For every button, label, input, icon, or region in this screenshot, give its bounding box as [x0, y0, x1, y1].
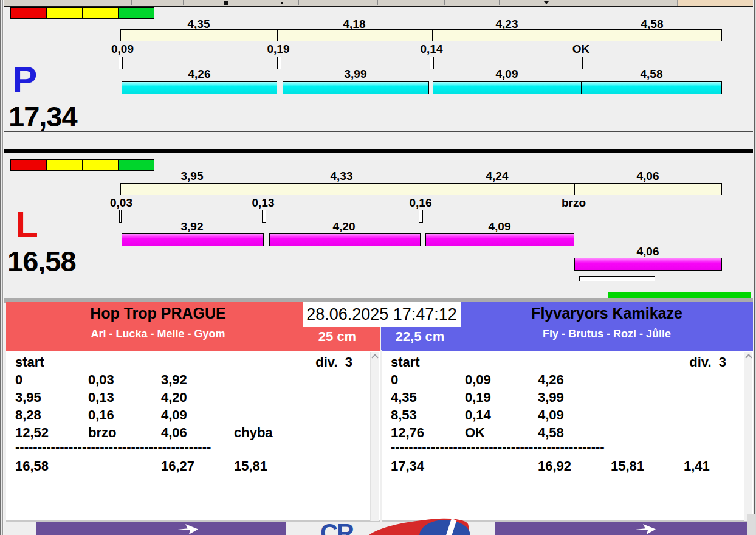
toolbar-separator: [183, 0, 184, 5]
dog-time: 4,20: [333, 220, 356, 233]
cross-tick: [277, 57, 281, 69]
dog-time: 4,58: [641, 67, 663, 81]
scrollbar[interactable]: [744, 352, 752, 521]
cell: 4,20: [161, 391, 187, 404]
clock-display: 28.06.2025 17:47:12: [303, 302, 461, 327]
results-panel-right[interactable]: start div. 3 0 0,09 4,26 4,35 0,19 3,99 …: [382, 350, 754, 522]
lane-divider: [4, 149, 754, 153]
dog-run-bar: [122, 81, 277, 94]
dog-time: 3,92: [181, 220, 204, 233]
toolbar-separator: [80, 0, 80, 5]
light-yellow: [46, 159, 83, 171]
cell: 8,28: [15, 409, 41, 422]
team-right-dogs: Fly - Brutus - Rozi - Jůlie: [460, 328, 754, 340]
logo-slash: [441, 519, 457, 535]
dog-run-bar: [122, 233, 264, 246]
cross-time: 0,13: [252, 196, 275, 210]
cell: 0,03: [88, 373, 114, 387]
cell: 12,52: [15, 426, 49, 440]
toolbar-separator: [444, 0, 445, 5]
dog-time: 4,09: [489, 220, 511, 233]
split-divider: [574, 184, 575, 195]
dog-run-bar: [425, 233, 574, 246]
cell: 4,06: [161, 426, 187, 440]
dog-run-bar: [269, 233, 421, 246]
team-right-name: Flyvaryors Kamikaze: [460, 305, 754, 322]
cell: 12,76: [391, 426, 424, 440]
cross-tick: [262, 210, 266, 223]
window-border-right: [753, 0, 756, 535]
dog-time: 3,99: [345, 67, 367, 81]
cell: 8,53: [391, 409, 417, 422]
lane-total-p: 17,34: [9, 102, 77, 131]
toolbar-separator: [377, 0, 378, 5]
dog-run-bar: [581, 81, 722, 94]
footer-band-right: [495, 522, 747, 535]
results-panel-left[interactable]: start div. 3 0 0,03 3,92 3,95 0,13 4,20 …: [6, 350, 380, 522]
dog-time: 4,26: [188, 67, 211, 81]
split-divider: [432, 30, 433, 41]
footer-band-left: [36, 522, 286, 535]
division-label: div. 3: [689, 356, 726, 369]
start-lights-l: [11, 159, 154, 171]
lane-letter-l: L: [15, 205, 38, 243]
cross-tick: [574, 210, 574, 223]
cross-time: 0,03: [110, 196, 132, 210]
split-bar-l: [120, 183, 722, 195]
cell: 4,09: [161, 409, 187, 422]
cell: 0,16: [88, 409, 114, 422]
cross-tick: [119, 57, 123, 69]
light-yellow: [82, 7, 119, 19]
toolbar-separator: [131, 0, 132, 5]
best-time: 15,81: [611, 460, 644, 473]
cross-tick: [119, 210, 122, 223]
lane-l-footer-strip: [4, 274, 754, 299]
start-label: start: [15, 356, 44, 369]
cross-time: 0,09: [111, 43, 134, 56]
cross-time: 0,19: [267, 43, 290, 56]
scroll-up-icon[interactable]: [745, 354, 752, 361]
cell: 4,26: [538, 373, 564, 387]
cell: 0,13: [88, 391, 114, 404]
cell: 3,95: [15, 391, 41, 404]
split-time: 4,24: [486, 170, 509, 183]
split-time: 3,95: [181, 170, 204, 183]
split-divider: [264, 184, 264, 195]
toolbar-separator: [298, 0, 299, 5]
split-divider: [583, 30, 583, 41]
cross-time: brzo: [562, 196, 586, 210]
cell: 0: [15, 373, 22, 387]
light-yellow: [82, 159, 119, 171]
cell: 4,58: [538, 426, 564, 440]
toolbar-glyph-fragment: [224, 1, 228, 5]
flyball-timing-window: 4,35 4,18 4,23 4,58 0,09 0,19 0,14 OK 4,…: [0, 0, 756, 535]
toolbar-separator: [560, 0, 560, 5]
cell: 0,09: [465, 373, 491, 387]
cr-flyball-logo: CR: [320, 520, 353, 535]
dog-time: 4,06: [637, 245, 659, 258]
cross-time: 0,14: [421, 43, 443, 56]
start-lights-p: [11, 7, 154, 19]
light-red: [10, 7, 47, 19]
cell: 4,09: [538, 409, 564, 422]
cross-time: OK: [572, 43, 590, 56]
best-time: 15,81: [234, 460, 267, 473]
light-green: [118, 7, 154, 19]
toolbar-glyph-fragment: [544, 1, 549, 4]
cross-tick: [582, 57, 583, 69]
team-left-dogs: Ari - Lucka - Melie - Gyom: [6, 328, 310, 340]
progress-bar-green: [608, 292, 751, 298]
net-time: 16,27: [161, 460, 194, 473]
lane-total-l: 16,58: [7, 247, 76, 275]
lane-letter-p: P: [12, 61, 37, 98]
cell: 3,92: [161, 373, 187, 387]
cell: 0,19: [465, 391, 491, 404]
team-left-jump-height: 25 cm: [298, 329, 377, 345]
window-scroll-corner: [747, 514, 755, 535]
scroll-up-icon[interactable]: [371, 354, 378, 361]
totals-separator: ----------------------------------------…: [15, 440, 228, 454]
cell: OK: [465, 426, 485, 440]
scrollbar[interactable]: [370, 352, 379, 521]
toolbar[interactable]: [4, 0, 754, 7]
cell: brzo: [88, 426, 116, 440]
